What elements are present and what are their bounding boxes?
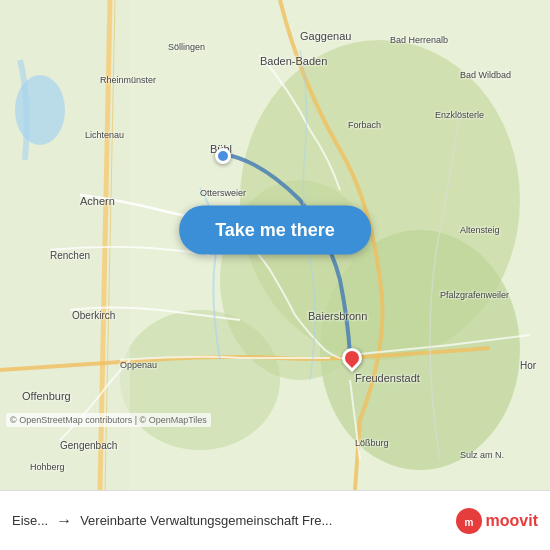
arrow-icon: → [56,512,72,530]
origin-marker [215,148,231,164]
from-label: Eise... [12,513,48,528]
svg-text:m: m [464,517,473,528]
to-label: Vereinbarte Verwaltungsgemeinschaft Fre.… [80,513,446,528]
moovit-logo-icon: m [455,507,483,535]
map-container: GaggenauBaden-BadenBad HerrenalbBad Wild… [0,0,550,490]
bottom-bar: Eise... → Vereinbarte Verwaltungsgemeins… [0,490,550,550]
svg-point-4 [120,310,280,450]
moovit-text: moovit [486,512,538,530]
map-attribution: © OpenStreetMap contributors | © OpenMap… [6,413,211,427]
take-me-there-button[interactable]: Take me there [179,206,371,255]
destination-marker [342,348,362,368]
moovit-logo: m moovit [455,507,538,535]
